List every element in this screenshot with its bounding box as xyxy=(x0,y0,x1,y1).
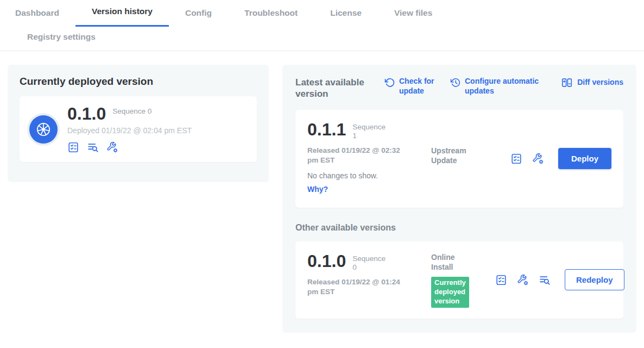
config-icon[interactable] xyxy=(517,274,529,286)
other-actions: Redeploy xyxy=(495,269,624,290)
currently-deployed-panel: Currently deployed version 0.1.0 Sequenc… xyxy=(8,65,269,182)
deployed-timestamp: Deployed 01/19/22 @ 02:04 pm EST xyxy=(67,126,192,135)
latest-source-label: Upstream Update xyxy=(431,146,477,165)
latest-version-info: 0.1.1 Sequence 1 Released 01/19/22 @ 02:… xyxy=(307,121,431,197)
other-released-timestamp: Released 01/19/22 @ 01:24 pm EST xyxy=(307,277,401,297)
tab-label: License xyxy=(330,8,362,17)
currently-deployed-title: Currently deployed version xyxy=(20,76,257,88)
other-version-info: 0.1.0 Sequence 0 Released 01/19/22 @ 01:… xyxy=(307,252,431,308)
currently-deployed-badge: Currently deployed version xyxy=(431,277,469,308)
nav-row-primary: Dashboard Version history Config Trouble… xyxy=(0,7,644,27)
logs-icon[interactable] xyxy=(87,141,99,153)
config-icon[interactable] xyxy=(532,153,544,165)
deployed-actions xyxy=(67,141,192,153)
deployed-sequence-label: Sequence 0 xyxy=(112,107,151,116)
deployed-version-number: 0.1.0 xyxy=(67,105,106,122)
tab-config[interactable]: Config xyxy=(169,8,228,27)
tab-registry-settings[interactable]: Registry settings xyxy=(27,32,96,49)
main-content: Currently deployed version 0.1.0 Sequenc… xyxy=(0,51,644,346)
latest-version-card: 0.1.1 Sequence 1 Released 01/19/22 @ 02:… xyxy=(295,110,623,208)
top-nav: Dashboard Version history Config Trouble… xyxy=(0,0,644,51)
tab-dashboard[interactable]: Dashboard xyxy=(15,8,75,27)
refresh-icon xyxy=(384,77,395,88)
other-source-label: Online Install xyxy=(431,252,477,272)
configure-automatic-updates-label: Configure automatic updates xyxy=(465,77,542,96)
other-version-number: 0.1.0 xyxy=(307,252,346,270)
tab-label: Config xyxy=(185,8,212,17)
latest-source-column: Upstream Update xyxy=(431,121,495,197)
latest-version-header: Latest available version Check for updat… xyxy=(295,77,623,100)
check-for-update-label: Check for update xyxy=(399,77,438,96)
latest-version-number: 0.1.1 xyxy=(307,121,346,138)
tab-label: Registry settings xyxy=(27,32,96,41)
latest-actions: Deploy xyxy=(510,148,611,169)
tab-label: Troubleshoot xyxy=(244,8,298,17)
tab-label: Version history xyxy=(92,7,153,16)
release-notes-icon[interactable] xyxy=(510,153,522,165)
tab-license[interactable]: License xyxy=(314,8,378,27)
release-notes-icon[interactable] xyxy=(495,274,507,286)
other-sequence-label: Sequence 0 xyxy=(352,254,386,272)
redeploy-button[interactable]: Redeploy xyxy=(565,269,624,290)
diff-versions-label: Diff versions xyxy=(577,78,623,88)
logs-icon[interactable] xyxy=(539,274,551,286)
kubernetes-icon xyxy=(29,115,58,144)
why-link[interactable]: Why? xyxy=(307,185,328,194)
tab-troubleshoot[interactable]: Troubleshoot xyxy=(228,8,314,27)
auto-update-clock-icon xyxy=(450,77,460,88)
tab-view-files[interactable]: View files xyxy=(378,8,449,27)
other-versions-title: Other available versions xyxy=(295,223,623,233)
tab-version-history[interactable]: Version history xyxy=(75,7,169,27)
deploy-button[interactable]: Deploy xyxy=(558,148,611,169)
admin-console-page: Dashboard Version history Config Trouble… xyxy=(0,0,644,346)
other-version-card: 0.1.0 Sequence 0 Released 01/19/22 @ 01:… xyxy=(295,241,623,319)
available-versions-panel: Latest available version Check for updat… xyxy=(282,65,636,333)
deployed-version-card: 0.1.0 Sequence 0 Deployed 01/19/22 @ 02:… xyxy=(20,96,257,162)
latest-sequence-label: Sequence 1 xyxy=(352,123,386,140)
tab-label: View files xyxy=(394,8,432,17)
diff-icon xyxy=(561,77,573,89)
check-for-update-link[interactable]: Check for update xyxy=(384,77,438,96)
diff-versions-link[interactable]: Diff versions xyxy=(561,77,623,89)
release-notes-icon[interactable] xyxy=(67,141,79,153)
configure-automatic-updates-link[interactable]: Configure automatic updates xyxy=(450,77,542,96)
no-changes-message: No changes to show. xyxy=(307,171,431,180)
tab-label: Dashboard xyxy=(15,8,59,17)
other-source-column: Online Install Currently deployed versio… xyxy=(431,252,495,308)
latest-available-title: Latest available version xyxy=(295,77,372,100)
deployed-card-body: 0.1.0 Sequence 0 Deployed 01/19/22 @ 02:… xyxy=(67,105,192,153)
latest-released-timestamp: Released 01/19/22 @ 02:32 pm EST xyxy=(307,146,401,165)
config-icon[interactable] xyxy=(106,141,118,153)
nav-row-secondary: Registry settings xyxy=(0,27,644,51)
